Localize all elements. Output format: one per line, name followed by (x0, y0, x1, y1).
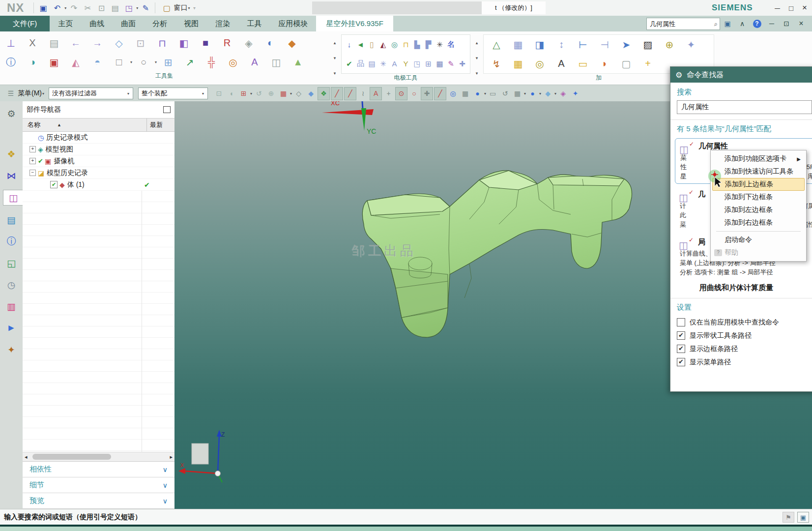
selection-scope-dropdown[interactable]: 整个装配 ▾ (138, 88, 208, 99)
ribbon-icon[interactable]: ◧ (175, 35, 192, 52)
selection-bar-icon[interactable]: ╱ (434, 87, 446, 100)
history-clock-icon[interactable]: ◷ (3, 277, 20, 292)
process-studio-icon[interactable]: ► (3, 321, 20, 335)
selection-bar-icon[interactable]: ● (472, 88, 483, 100)
history-document-icon[interactable]: ◱ (3, 256, 20, 270)
setting-row[interactable]: ✔显示菜单路径 (677, 355, 812, 369)
selection-bar-icon[interactable]: ↺ (499, 88, 511, 100)
ribbon-icon[interactable]: ▦ (434, 57, 445, 71)
menu-item-添加到右边框条[interactable]: 添加到右边框条 (712, 216, 805, 229)
scroll-right-icon[interactable]: ▸ (170, 454, 174, 460)
tab-工具[interactable]: 工具 (238, 16, 270, 31)
selection-bar-icon[interactable]: ◖ (226, 88, 237, 100)
horizontal-scrollbar[interactable]: ◂ ▸ (23, 452, 174, 461)
ribbon-icon[interactable]: ⊢ (575, 36, 591, 53)
menu-item-添加到功能区选项卡[interactable]: 添加到功能区选项卡▶ (712, 152, 805, 165)
selection-bar-icon[interactable]: ◈ (557, 88, 569, 100)
ribbon-icon[interactable]: ■ (197, 35, 214, 52)
navigator-section-预览[interactable]: 预览∨ (23, 493, 174, 509)
tree-row[interactable]: +◈模型视图 (23, 144, 174, 155)
constraint-navigator-icon[interactable]: ⋈ (3, 168, 20, 183)
tree-node-label[interactable]: 历史记录模式 (46, 133, 87, 142)
tree-row[interactable]: +✔▣摄像机 (23, 155, 174, 167)
ribbon-icon[interactable]: A (246, 54, 263, 71)
maximize-button[interactable]: □ (789, 4, 793, 12)
checkbox[interactable]: ✔ (677, 345, 685, 353)
command-finder-header[interactable]: ⚙ 命令查找器 (670, 67, 812, 83)
ribbon-icon[interactable]: ⊕ (661, 36, 678, 53)
menu-item-添加到上边框条[interactable]: 添加到上边框条 (712, 178, 805, 191)
selection-bar-icon[interactable]: ⊙ (395, 87, 407, 100)
ribbon-icon[interactable]: ⊓ (400, 37, 411, 52)
chevron-down-icon[interactable]: ∨ (163, 466, 168, 473)
dropdown-caret-icon[interactable]: ▾ (524, 91, 526, 96)
ribbon-icon[interactable]: ▦ (510, 56, 526, 72)
ribbon-icon[interactable]: A (389, 57, 400, 71)
selection-bar-icon[interactable]: ▦ (278, 88, 289, 100)
chevron-down-icon[interactable]: ∨ (163, 481, 168, 489)
tab-视图[interactable]: 视图 (175, 16, 207, 31)
cut-icon[interactable]: ✂ (82, 2, 93, 14)
ribbon-icon[interactable]: ▭ (575, 56, 591, 72)
menu-item-添加到左边框条[interactable]: 添加到左边框条 (712, 204, 805, 216)
selection-bar-icon[interactable]: ⊕ (265, 88, 277, 100)
ribbon-icon[interactable]: ↗ (181, 54, 198, 71)
selection-bar-icon[interactable]: ╱ (344, 87, 356, 100)
settings-gear-icon[interactable]: ⚙ (3, 106, 20, 121)
ribbon-icon[interactable]: ◄ (355, 37, 366, 52)
checkered-flag-icon[interactable]: ⚑ (783, 512, 794, 523)
selection-bar-icon[interactable]: ⊞ (238, 88, 249, 100)
search-icon[interactable]: ⌕ (714, 20, 718, 28)
visibility-checkbox[interactable]: ✔ (50, 181, 58, 188)
selection-bar-icon[interactable]: ↺ (253, 88, 264, 100)
ribbon-icon[interactable]: ▤ (366, 57, 377, 71)
ribbon-icon[interactable]: → (89, 35, 106, 52)
ribbon-icon[interactable]: ✳ (377, 57, 389, 71)
selection-bar-icon[interactable]: ╱ (331, 87, 343, 100)
doc-close-button[interactable]: × (795, 18, 807, 30)
ribbon-icon[interactable]: △ (488, 36, 505, 53)
ribbon-icon[interactable]: ◇ (111, 35, 127, 52)
tab-渲染[interactable]: 渲染 (207, 16, 238, 31)
ribbon-icon[interactable]: ▯ (366, 37, 377, 52)
selection-bar-icon[interactable]: ▦ (512, 88, 523, 100)
expander-icon[interactable]: − (29, 170, 36, 176)
ribbon-icon[interactable]: ▛ (423, 37, 434, 52)
save-icon[interactable]: ▣ (37, 2, 49, 14)
selection-bar-icon[interactable]: ✚ (421, 87, 433, 100)
ribbon-icon[interactable]: ◭ (377, 37, 389, 52)
ribbon-icon[interactable]: ✳ (434, 37, 445, 52)
fit-window-icon[interactable]: ▣ (722, 18, 733, 30)
selection-bar-icon[interactable]: ≀ (357, 88, 369, 100)
tab-主页[interactable]: 主页 (50, 16, 81, 31)
copy-icon[interactable]: ⊡ (95, 2, 107, 14)
scrollbar-thumb[interactable] (32, 454, 111, 460)
column-header-name[interactable]: 名称 ▲ (23, 118, 147, 131)
tab-曲线[interactable]: 曲线 (81, 16, 113, 31)
column-header-latest[interactable]: 最新 (147, 120, 163, 129)
ribbon-icon[interactable]: ◓ (89, 54, 106, 71)
ribbon-icon[interactable]: ◭ (67, 54, 84, 71)
tree-node-label[interactable]: 模型历史记录 (47, 169, 88, 177)
selection-bar-icon[interactable]: ❖ (318, 87, 330, 100)
menu-item-添加到快速访问工具条[interactable]: 添加到快速访问工具条 (712, 165, 805, 178)
part-navigator-icon[interactable]: ◫ (3, 190, 23, 206)
dropdown-caret-icon[interactable]: ▾ (130, 60, 132, 64)
ribbon-icon[interactable]: ╬ (203, 54, 220, 71)
close-button[interactable]: × (802, 3, 807, 13)
checkbox[interactable]: ✔ (677, 358, 685, 366)
tree-node-label[interactable]: 体 (1) (67, 180, 85, 189)
tab-曲面[interactable]: 曲面 (113, 16, 144, 31)
dropdown-caret-icon[interactable]: ▾ (64, 6, 66, 10)
web-browser-icon[interactable]: ⓘ (3, 234, 20, 249)
tag-icon[interactable]: ✎ (140, 2, 151, 14)
dropdown-caret-icon[interactable]: ▾ (539, 91, 541, 96)
ribbon-icon[interactable]: ← (67, 35, 84, 52)
ribbon-icon[interactable]: ▦ (510, 36, 526, 53)
setting-row[interactable]: ✔显示边框条路径 (677, 342, 812, 355)
ribbon-icon[interactable]: □ (111, 54, 127, 71)
ribbon-icon[interactable]: ↓ (344, 37, 355, 52)
selection-bar-icon[interactable]: ✦ (570, 88, 581, 100)
undock-icon[interactable] (163, 106, 171, 113)
ribbon-icon[interactable]: ↯ (488, 56, 505, 72)
